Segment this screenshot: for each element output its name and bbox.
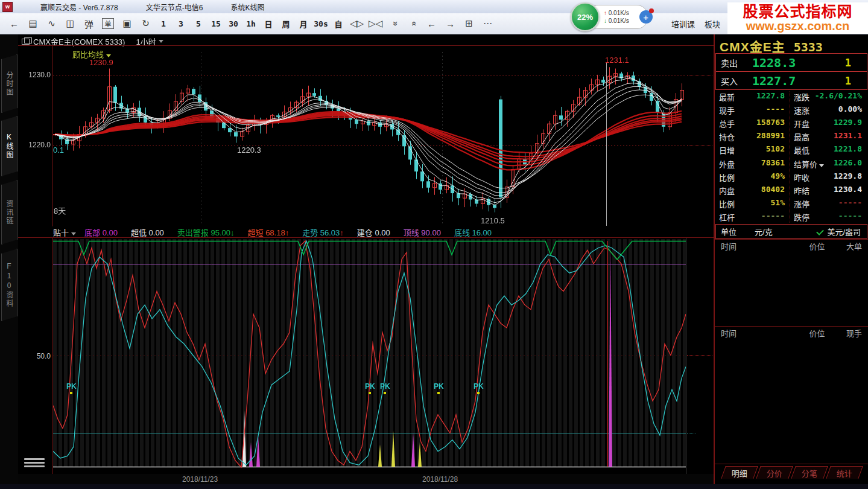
ask-row[interactable]: 卖出 1228.3 1 [716,54,867,71]
period-button-9[interactable]: 30s [314,16,328,31]
down-arrow-icon: ↓ [604,18,607,24]
pk-signal-dot [369,392,371,394]
field-label: 内盘 [715,185,735,196]
usage-gauge-value: 22% [577,13,593,22]
chevron-down-icon[interactable] [71,232,76,235]
period-button-4[interactable]: 30 [226,16,241,31]
field-value: 1231.1 [834,131,867,142]
unit-label: 单位 [716,226,737,237]
pk-signal-dot [384,392,386,394]
quote-row-6: 比例49% 昨收1229.8 [715,170,868,184]
field-label: 昨收 [790,171,809,183]
line-chart-icon[interactable]: ∿ [43,16,60,31]
grid-layout-icon[interactable]: ⊞ [461,16,477,31]
col-bigorder: 大单 [825,240,868,252]
quote-tab-3[interactable]: 统计 [826,466,863,479]
period-button-1[interactable]: 3 [174,16,188,31]
indicator-readout-7: 底线 16.00 [454,226,492,238]
period-button-10[interactable]: 自 [331,16,346,31]
field-value: 288991 [756,131,790,142]
prev-page-icon[interactable]: ← [423,16,440,31]
list-menu-icon[interactable] [24,456,45,470]
y-axis-tick: 1220.0 [21,141,51,149]
unit-alt-toggle[interactable]: 美元/盎司 [817,226,867,237]
next-page-icon[interactable]: → [442,16,458,31]
chevron-down-icon[interactable] [159,40,163,43]
back-icon[interactable]: ← [6,16,22,31]
quote-tab-2[interactable]: 分笔 [791,466,828,479]
oscillator-name[interactable]: 贴十 [53,226,76,238]
compress-bars-icon[interactable]: ◁▷ [349,16,365,31]
up-arrow-icon: ↑ [604,10,607,16]
order-board-icon[interactable]: 单 [102,18,114,29]
unit-value: 元/克 [755,226,773,237]
report-icon[interactable]: ▤ [25,16,41,31]
period-button-7[interactable]: 周 [279,16,293,31]
floor-line-tick [687,433,695,433]
ask-qty: 1 [845,57,867,69]
sidebar-tab-3[interactable]: F10资料 [1,249,17,321]
big-order-table-body [715,252,868,326]
period-button-8[interactable]: 月 [296,16,311,31]
quote-tab-1[interactable]: 分价 [756,466,793,479]
pk-signal-dot [70,392,72,394]
quote-title: CMX金E主 5333 [715,34,868,53]
field-label: 最低 [790,144,809,156]
double-up-chevron-icon[interactable]: » [406,16,420,32]
sidebar-tab-2[interactable]: 资讯链 [1,180,17,245]
bid-ask-box: 卖出 1228.3 1 买入 1227.7 1 [715,53,867,90]
col-price: 价位 [784,327,825,339]
field-label: 现手 [715,104,735,116]
usage-gauge[interactable]: 22% [571,2,600,31]
field-label: 比例 [715,198,735,209]
quote-code: 5333 [794,40,823,54]
price-chart-panel [18,45,714,226]
oscillator-canvas[interactable] [53,238,686,474]
field-label: 开盘 [790,118,809,129]
swing-low-label: 1220.3 [237,145,261,155]
indicator-readout-6: 顶线 90.00 [404,226,441,238]
indicator-readout-1: 超低 0.00 [131,226,164,238]
pk-signal-dot [477,392,480,394]
field-value: 1229.9 [834,118,867,129]
bid-row[interactable]: 买入 1227.7 1 [716,71,867,89]
bid-price: 1227.7 [752,74,845,88]
period-button-3[interactable]: 15 [209,16,223,31]
period-button-2[interactable]: 5 [191,16,206,31]
field-label: 总手 [715,118,735,129]
app-logo-icon: w [2,2,13,12]
double-down-chevron-icon[interactable]: « [387,16,402,32]
menu-sectors[interactable]: 板块 [705,18,720,30]
price-chart-canvas[interactable] [53,46,686,226]
menu-training[interactable]: 培训课 [671,18,695,30]
swing-high-label: 1230.9 [89,58,113,67]
refresh-icon[interactable]: ↻ [138,16,154,31]
watermark-banner[interactable]: 股票公式指标网 www.gszx.com.cn [727,2,868,34]
plot-left-border [52,45,53,474]
grid-dotted-extension [687,145,712,145]
notification-dot [649,8,654,13]
settle-caret-icon[interactable] [819,164,824,167]
field-value: 1221.8 [834,144,867,156]
field-value: ----- [838,211,867,223]
quote-tab-0[interactable]: 明细 [721,466,758,479]
expand-bars-icon[interactable]: ▷◁ [367,16,384,31]
quote-row-4: 日增5102 最低1221.8 [715,144,868,157]
period-button-0[interactable]: 1 [156,16,171,31]
add-plugin-button[interactable]: + [639,10,653,24]
more-icon[interactable]: ⋯ [480,16,496,31]
period-button-5[interactable]: 1h [244,16,258,31]
chevron-down-icon[interactable] [106,54,111,57]
field-value: ----- [838,198,867,209]
save-icon[interactable]: ▣ [119,16,135,31]
sidebar-tab-0[interactable]: 分时图 [1,54,17,113]
flash-order-icon[interactable]: 弹 [81,16,97,31]
trading-terminal-window: w 赢顺云交易 - Ver6.7.878 文华云节点-电信6 系统K线图 ←▤∿… [0,0,868,489]
period-button-6[interactable]: 日 [261,16,276,31]
unit-row: 单位 元/克 美元/盎司 [715,224,867,239]
date-tick: 2018/11/28 [422,475,458,484]
banner-title: 股票公式指标网 [743,4,852,19]
pk-signal-label-0: PK [66,382,77,391]
candlestick-icon[interactable]: ◫ [62,16,78,31]
sidebar-tab-1[interactable]: K线图 [1,116,17,176]
